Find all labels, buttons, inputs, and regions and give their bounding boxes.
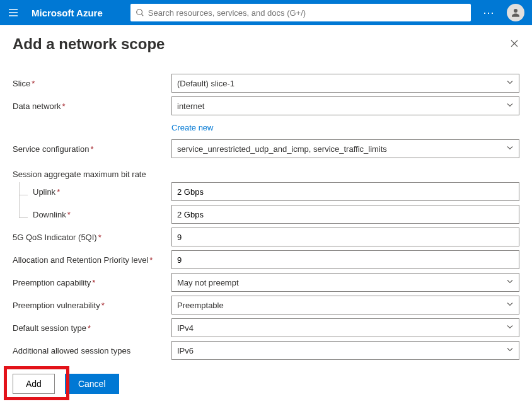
default-session-value: IPv4 <box>177 323 194 333</box>
search-icon <box>136 8 144 17</box>
label-downlink: Downlink* <box>13 210 171 219</box>
label-data-network: Data network* <box>13 101 171 111</box>
arp-field[interactable] <box>177 255 514 265</box>
chevron-down-icon <box>506 278 514 287</box>
page-header: Add a network scope <box>0 25 532 58</box>
chevron-down-icon <box>506 144 514 154</box>
data-network-value: internet <box>177 101 204 111</box>
add-button[interactable]: Add <box>13 374 55 394</box>
default-session-select[interactable]: IPv4 <box>171 318 519 337</box>
svg-line-1 <box>141 14 143 16</box>
form-body: Slice* (Default) slice-1 Data network* i… <box>0 58 532 361</box>
chevron-down-icon <box>506 101 514 111</box>
page-title: Add a network scope <box>13 35 165 53</box>
preempt-cap-value: May not preempt <box>177 278 239 287</box>
menu-icon[interactable] <box>8 7 19 18</box>
label-uplink: Uplink* <box>13 187 171 197</box>
slice-value: (Default) slice-1 <box>177 79 234 88</box>
create-new-link[interactable]: Create new <box>171 120 213 132</box>
label-qos: 5G QoS Indicator (5QI)* <box>13 233 171 242</box>
additional-session-value: IPv6 <box>177 346 194 355</box>
label-arp: Allocation and Retention Priority level* <box>13 255 171 265</box>
search-input[interactable] <box>148 8 466 18</box>
preempt-cap-select[interactable]: May not preempt <box>171 273 519 292</box>
search-box[interactable] <box>130 4 471 21</box>
avatar[interactable] <box>507 4 524 21</box>
chevron-down-icon <box>506 323 514 333</box>
uplink-input[interactable] <box>171 182 519 201</box>
close-icon[interactable] <box>509 38 519 50</box>
label-preempt-cap: Preemption capability* <box>13 278 171 287</box>
slice-select[interactable]: (Default) slice-1 <box>171 74 519 93</box>
downlink-field[interactable] <box>177 210 514 219</box>
chevron-down-icon <box>506 346 514 355</box>
arp-input[interactable] <box>171 250 519 269</box>
additional-session-select[interactable]: IPv6 <box>171 341 519 360</box>
label-service-config: Service configuration* <box>13 144 171 154</box>
label-session-agg: Session aggregate maximum bit rate <box>13 164 171 179</box>
footer: Add Cancel <box>0 367 532 404</box>
downlink-input[interactable] <box>171 205 519 224</box>
label-default-session: Default session type* <box>13 323 171 333</box>
label-slice: Slice* <box>13 79 171 88</box>
preempt-vuln-value: Preemptable <box>177 301 224 310</box>
data-network-select[interactable]: internet <box>171 96 519 115</box>
qos-input[interactable] <box>171 228 519 246</box>
preempt-vuln-select[interactable]: Preemptable <box>171 296 519 315</box>
label-additional-session: Additional allowed session types <box>13 346 171 355</box>
chevron-down-icon <box>506 79 514 88</box>
svg-point-0 <box>137 9 142 15</box>
brand-label: Microsoft Azure <box>32 8 103 18</box>
service-config-select[interactable]: service_unrestricted_udp_and_icmp, servi… <box>171 139 519 158</box>
svg-point-2 <box>514 9 518 13</box>
label-preempt-vuln: Preemption vulnerability* <box>13 301 171 310</box>
more-icon[interactable]: ⋯ <box>483 6 495 20</box>
cancel-button[interactable]: Cancel <box>65 374 119 394</box>
uplink-field[interactable] <box>177 187 514 197</box>
top-bar: Microsoft Azure ⋯ <box>0 0 532 25</box>
chevron-down-icon <box>506 301 514 310</box>
qos-field[interactable] <box>177 233 514 242</box>
service-config-value: service_unrestricted_udp_and_icmp, servi… <box>177 144 387 154</box>
